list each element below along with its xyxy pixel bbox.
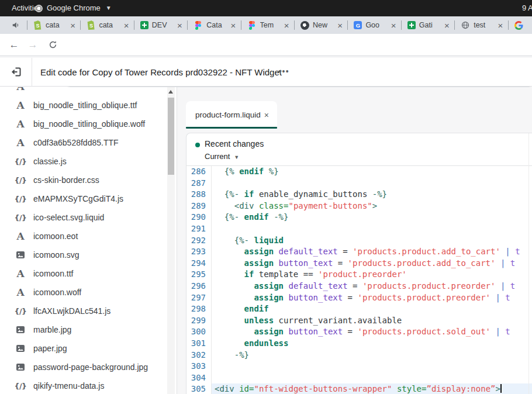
code-line[interactable]: 298 endif	[186, 303, 532, 315]
tab-title: Goo	[365, 21, 387, 29]
speaker-icon[interactable]	[12, 21, 20, 32]
sheets-icon	[140, 21, 148, 29]
browser-tab[interactable]: New×	[294, 16, 347, 34]
forward-button[interactable]: →	[26, 38, 40, 52]
tab-close-icon[interactable]: ×	[284, 21, 289, 30]
tab-title: DEV	[152, 21, 174, 29]
code-line[interactable]: 301 endunless	[186, 338, 532, 350]
version-dropdown[interactable]: Current▼	[205, 152, 239, 161]
line-number: 287	[186, 178, 212, 189]
line-number: 296	[186, 281, 212, 292]
browser-tab[interactable]: Cata×	[187, 16, 240, 34]
file-list-item[interactable]: icomoon.svg	[0, 246, 177, 264]
file-name: icomoon.svg	[33, 250, 80, 260]
code-text: unless current_variant.available	[212, 315, 532, 327]
scroll-up-arrow-icon[interactable]	[168, 90, 173, 94]
dark-globe-icon	[300, 21, 309, 30]
text-cursor	[500, 384, 502, 393]
tab-title: Tem	[260, 21, 281, 29]
tab-close-icon[interactable]: ×	[177, 21, 182, 30]
figma-icon	[194, 20, 203, 30]
font-file-icon: A	[13, 87, 28, 92]
file-list-item[interactable]: marble.jpg	[0, 320, 177, 339]
page-title: Edit code for Copy of Tower Records prd0…	[40, 58, 282, 87]
file-name: marble.jpg	[33, 325, 71, 334]
code-line[interactable]: 295 if template == 'product.preorder'	[186, 269, 532, 281]
code-line[interactable]: 289 <div class="payment-buttons">	[186, 201, 532, 212]
close-icon[interactable]: ×	[264, 110, 269, 120]
code-line[interactable]: 293 assign default_text = 'products.prod…	[186, 246, 532, 258]
code-line[interactable]: 297 assign button_text = 'products.produ…	[186, 292, 532, 304]
tab-close-icon[interactable]: ×	[337, 21, 343, 30]
reload-button[interactable]	[46, 38, 60, 52]
tab-close-icon[interactable]: ×	[70, 21, 75, 30]
browser-tab[interactable]: Scata×	[80, 16, 133, 34]
shopify-icon: S	[33, 20, 42, 30]
file-list-item[interactable]: Aicomoon.ttf	[0, 264, 177, 283]
file-list-item[interactable]: password-page-background.jpg	[0, 358, 177, 376]
file-name: big_noodle_titling_oblique.woff	[33, 119, 145, 129]
line-number: 288	[186, 189, 212, 201]
file-list-item[interactable]: {/}qikify-tmenu-data.js	[0, 376, 177, 394]
code-line[interactable]: 292 {%- liquid	[186, 235, 532, 247]
code-line[interactable]: 303	[186, 361, 532, 372]
code-line[interactable]: 288 {%- if enable_dynamic_buttons -%}	[186, 189, 532, 201]
scrollbar-thumb[interactable]	[168, 98, 174, 175]
file-list-item[interactable]: A	[0, 87, 177, 96]
tab-close-icon[interactable]: ×	[444, 21, 450, 30]
code-area[interactable]: 286 {% endif %}287288 {%- if enable_dyna…	[186, 166, 532, 394]
file-list-item[interactable]: {/}lfcAXLwjkDALc541.js	[0, 302, 177, 320]
more-actions-button[interactable]: •••	[278, 58, 289, 85]
code-line[interactable]: 291	[186, 223, 532, 235]
browser-tab[interactable]: GGoo×	[347, 16, 400, 34]
file-name: big_noodle_titling_oblique.ttf	[33, 101, 137, 110]
file-list-item[interactable]: paper.jpg	[0, 339, 177, 358]
browser-tab[interactable]: Tem×	[241, 16, 294, 34]
file-list-item[interactable]: {/}ico-select.svg.liquid	[0, 208, 177, 227]
browser-tab[interactable]: DEV×	[134, 16, 187, 34]
line-number: 302	[186, 350, 212, 361]
app-menu[interactable]: Google Chrome ▼	[35, 0, 112, 16]
code-text: endif	[212, 303, 532, 315]
file-list-item[interactable]: Aicomoon.woff	[0, 283, 177, 302]
code-file-icon: {/}	[13, 307, 28, 316]
figma-icon	[247, 20, 257, 30]
code-line[interactable]: 299 unless current_variant.available	[186, 315, 532, 327]
code-line[interactable]: 290 {%- endif -%}	[186, 212, 532, 223]
file-list-item[interactable]: {/}classie.js	[0, 152, 177, 171]
file-list-item[interactable]: Ac0df3a6b528fdd85.TTF	[0, 133, 177, 152]
code-line[interactable]: 296 assign default_text = 'products.prod…	[186, 281, 532, 292]
code-line[interactable]: 286 {% endif %}	[186, 166, 532, 178]
browser-tab[interactable]: test×	[454, 16, 507, 34]
code-line[interactable]: 304	[186, 372, 532, 384]
tab-close-icon[interactable]: ×	[391, 21, 396, 30]
file-list-item[interactable]: Aicomoon.eot	[0, 227, 177, 246]
code-line[interactable]: 294 assign button_text = 'products.produ…	[186, 258, 532, 269]
code-file-icon: {/}	[13, 213, 28, 222]
file-list-item[interactable]: {/}cs-skin-border.css	[0, 171, 177, 189]
line-number: 292	[186, 235, 212, 247]
tab-title: New	[313, 21, 334, 29]
sidebar-scrollbar[interactable]	[167, 87, 175, 394]
font-file-icon: A	[13, 231, 28, 241]
tab-close-icon[interactable]: ×	[498, 21, 503, 30]
code-line[interactable]: 300 assign button_text = 'products.produ…	[186, 326, 532, 338]
code-line[interactable]: 287	[186, 178, 532, 189]
tab-close-icon[interactable]: ×	[230, 21, 236, 30]
browser-tab[interactable]: Gati×	[401, 16, 454, 34]
back-button[interactable]: ←	[7, 38, 21, 52]
file-list-item[interactable]: {/}eMAPMXSyTCgGdiT4.js	[0, 189, 177, 208]
file-name: icomoon.woff	[33, 288, 81, 297]
code-text	[212, 361, 532, 372]
divider	[32, 58, 32, 87]
code-line[interactable]: 302 -%}	[186, 350, 532, 361]
tab-close-icon[interactable]: ×	[124, 21, 129, 30]
code-line[interactable]: 305<div id="nft-widget-buttons-wrapper" …	[186, 383, 532, 394]
exit-code-editor-icon[interactable]	[11, 66, 22, 80]
file-list-item[interactable]: Abig_noodle_titling_oblique.ttf	[0, 96, 177, 115]
browser-tab[interactable]: Scata×	[27, 16, 80, 34]
file-list-item[interactable]: Abig_noodle_titling_oblique.woff	[0, 115, 177, 133]
browser-tab[interactable]	[508, 16, 532, 34]
editor-file-tab[interactable]: product-form.liquid ×	[186, 101, 277, 129]
line-number: 303	[186, 361, 212, 372]
